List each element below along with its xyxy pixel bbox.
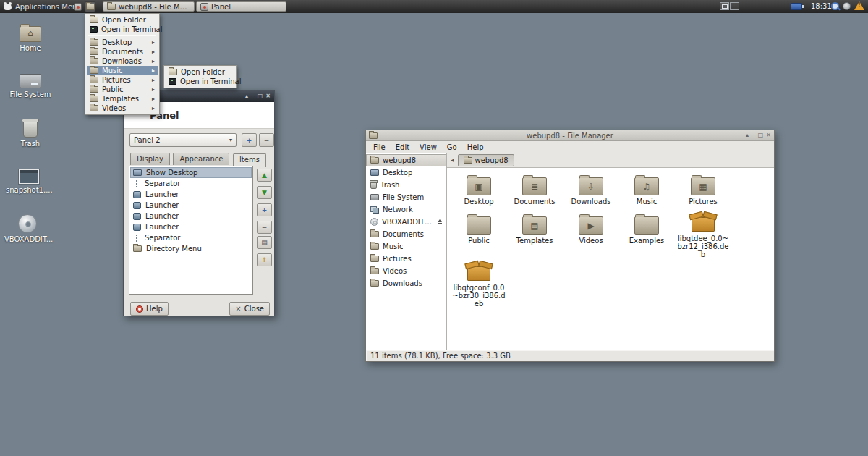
- folder-icon: [90, 105, 98, 111]
- taskbar-button-panel[interactable]: Panel: [196, 1, 286, 12]
- list-item-show-desktop[interactable]: Show Desktop: [130, 167, 252, 178]
- desktop-icon-vboxadditions[interactable]: VBOXADDIT...: [4, 214, 51, 243]
- submenu-item-open-folder[interactable]: Open Folder: [166, 67, 234, 77]
- panel-selector-dropdown[interactable]: Panel 2 ▾: [129, 133, 237, 147]
- add-panel-button[interactable]: +: [242, 133, 257, 147]
- list-item-separator[interactable]: Separator: [130, 178, 252, 189]
- minimize-button[interactable]: ─: [752, 132, 755, 138]
- external-item-button[interactable]: ↑: [257, 253, 272, 266]
- sidebar-item-music[interactable]: Music: [366, 240, 446, 253]
- file-libqtgconf-deb[interactable]: libqtgconf_0.0~bzr30_i386.deb: [451, 259, 506, 308]
- clock[interactable]: 18:31: [811, 2, 832, 10]
- edit-item-button[interactable]: ▤: [257, 236, 272, 249]
- move-item-up-button[interactable]: ▲: [257, 169, 272, 182]
- submenu-arrow-icon: ▸: [152, 86, 155, 93]
- desktop-icon-snapshot[interactable]: snapshot1....: [6, 168, 52, 194]
- menu-edit[interactable]: Edit: [391, 143, 414, 152]
- menu-item-desktop[interactable]: Desktop▸: [87, 38, 158, 47]
- collapse-path-icon[interactable]: ◂: [451, 156, 454, 164]
- directory-menu-button[interactable]: [85, 1, 95, 12]
- file-templates[interactable]: ▤Templates: [507, 213, 562, 245]
- list-item-launcher[interactable]: Launcher: [130, 189, 252, 200]
- menu-separator: [88, 35, 156, 36]
- path-button-webupd8[interactable]: webupd8: [458, 154, 514, 166]
- close-button[interactable]: ×: [265, 93, 271, 99]
- file-pictures[interactable]: ▦Pictures: [676, 174, 731, 206]
- sidebar-item-videos[interactable]: Videos: [366, 265, 446, 277]
- desktop-icon-home[interactable]: ⌂ Home: [7, 26, 54, 52]
- menu-file[interactable]: File: [368, 143, 391, 152]
- maximize-button[interactable]: □: [758, 132, 764, 138]
- battery-indicator-icon[interactable]: [791, 3, 802, 10]
- move-item-down-button[interactable]: ▼: [257, 186, 272, 199]
- sidebar-item-home[interactable]: webupd8: [366, 154, 446, 166]
- sidebar-item-pictures[interactable]: Pictures: [366, 253, 446, 265]
- file-public[interactable]: Public: [451, 213, 506, 245]
- list-item-directory-menu[interactable]: Directory Menu: [130, 243, 252, 254]
- workspace-1[interactable]: [720, 2, 729, 10]
- magnifier-status-icon[interactable]: [831, 2, 839, 10]
- sidebar-item-documents[interactable]: Documents: [366, 228, 446, 240]
- menu-help[interactable]: Help: [462, 143, 489, 152]
- list-item-launcher[interactable]: Launcher: [130, 200, 252, 211]
- round-status-icon[interactable]: [843, 2, 851, 10]
- submenu-item-open-in-terminal[interactable]: Open in Terminal: [166, 77, 234, 86]
- sidebar-item-downloads[interactable]: Downloads: [366, 277, 446, 290]
- menu-item-templates[interactable]: Templates▸: [87, 94, 158, 104]
- menu-item-label: Open Folder: [181, 68, 225, 76]
- window-title: webupd8 - File Manager: [366, 132, 774, 140]
- workspace-pager[interactable]: [720, 2, 739, 10]
- file-examples[interactable]: Examples: [619, 213, 674, 245]
- menu-item-downloads[interactable]: Downloads▸: [87, 56, 158, 66]
- file-videos[interactable]: ▶Videos: [563, 213, 618, 245]
- list-item-separator[interactable]: Separator: [130, 232, 252, 243]
- menu-item-open-in-terminal[interactable]: Open in Terminal: [87, 25, 158, 34]
- menu-item-pictures[interactable]: Pictures▸: [87, 75, 158, 85]
- tab-display[interactable]: Display: [130, 153, 170, 165]
- folder-icon: [90, 77, 98, 83]
- workspace-2[interactable]: [730, 2, 739, 10]
- shade-button[interactable]: ▴: [746, 132, 749, 138]
- file-documents[interactable]: ≣Documents: [507, 174, 562, 206]
- videos-emblem-icon: ▶: [579, 219, 603, 232]
- submenu-arrow-icon: ▸: [152, 96, 155, 102]
- menu-go[interactable]: Go: [442, 143, 462, 152]
- desktop-icon-trash[interactable]: Trash: [7, 120, 54, 148]
- menu-item-videos[interactable]: Videos▸: [87, 104, 158, 113]
- sidebar-item-desktop[interactable]: Desktop: [366, 166, 446, 179]
- panel-launcher-button[interactable]: [72, 1, 83, 12]
- folder-icon: [90, 48, 98, 55]
- menu-view[interactable]: View: [414, 143, 442, 152]
- menu-item-documents[interactable]: Documents▸: [87, 47, 158, 56]
- sidebar-item-vboxadditions[interactable]: VBOXADDITIO...: [366, 216, 446, 228]
- help-button[interactable]: Help: [130, 302, 169, 316]
- close-button[interactable]: ×Close: [229, 302, 270, 316]
- list-item-launcher[interactable]: Launcher: [130, 221, 252, 232]
- warning-icon[interactable]: [854, 1, 864, 10]
- sidebar-item-trash[interactable]: Trash: [366, 179, 446, 191]
- shade-button[interactable]: ▴: [245, 93, 248, 99]
- file-manager-titlebar[interactable]: webupd8 - File Manager ▴ ─ □ ×: [366, 130, 774, 141]
- eject-icon[interactable]: [437, 219, 443, 225]
- add-item-button[interactable]: +: [257, 203, 272, 216]
- file-desktop[interactable]: ▣Desktop: [451, 174, 506, 206]
- file-libqtdee-deb[interactable]: libqtdee_0.0~bzr12_i386.deb: [676, 210, 731, 258]
- menu-item-open-folder[interactable]: Open Folder: [87, 15, 158, 25]
- remove-item-button[interactable]: −: [257, 221, 272, 234]
- maximize-button[interactable]: □: [258, 93, 263, 99]
- desktop-icon-file-system[interactable]: File System: [7, 72, 54, 98]
- file-music[interactable]: ♫Music: [619, 174, 674, 206]
- sidebar-item-file-system[interactable]: File System: [366, 191, 446, 203]
- minimize-button[interactable]: ─: [251, 93, 255, 99]
- list-item-launcher[interactable]: Launcher: [130, 211, 252, 221]
- remove-panel-button[interactable]: −: [259, 133, 274, 147]
- file-downloads[interactable]: ⇩Downloads: [563, 174, 618, 206]
- close-button[interactable]: ×: [766, 132, 771, 138]
- sidebar-item-network[interactable]: Network: [366, 203, 446, 216]
- menu-item-music[interactable]: Music▸: [87, 66, 158, 75]
- taskbar-button-file-manager[interactable]: webupd8 - File Manager: [103, 1, 195, 12]
- panel-preferences-dialog: Panel ▴ ─ □ × Panel Panel 2 ▾ + − Displa…: [123, 90, 275, 316]
- menu-item-public[interactable]: Public▸: [87, 85, 158, 94]
- tab-appearance[interactable]: Appearance: [173, 153, 229, 165]
- window-controls: ▴ ─ □ ×: [245, 93, 271, 99]
